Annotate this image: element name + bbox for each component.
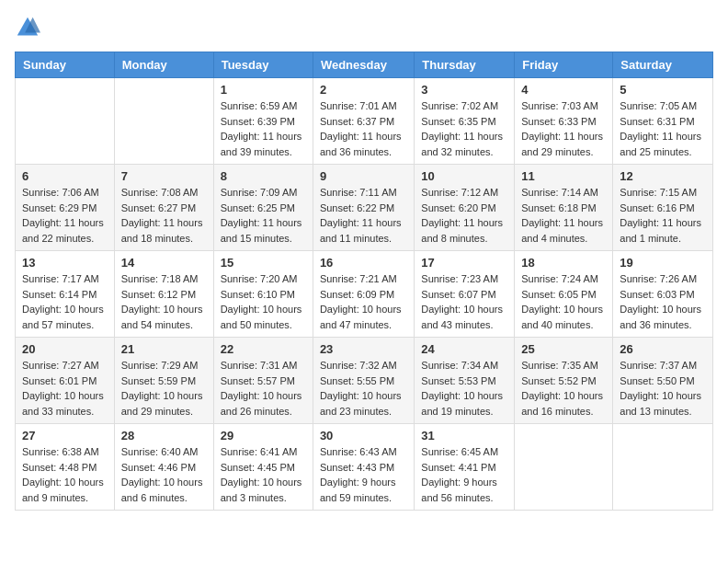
day-number: 14 (121, 256, 207, 270)
day-number: 23 (320, 342, 407, 356)
logo (15, 15, 44, 40)
day-number: 2 (320, 83, 407, 97)
day-cell: 1Sunrise: 6:59 AMSunset: 6:39 PMDaylight… (213, 78, 313, 165)
day-number: 26 (620, 342, 706, 356)
day-cell (613, 424, 713, 511)
day-info: Sunrise: 7:35 AMSunset: 5:52 PMDaylight:… (521, 358, 606, 419)
weekday-header-monday: Monday (114, 52, 213, 78)
day-info: Sunrise: 7:14 AMSunset: 6:18 PMDaylight:… (521, 185, 606, 246)
day-info: Sunrise: 7:12 AMSunset: 6:20 PMDaylight:… (421, 185, 507, 246)
day-info: Sunrise: 7:24 AMSunset: 6:05 PMDaylight:… (521, 271, 606, 332)
day-number: 18 (521, 256, 606, 270)
day-cell: 20Sunrise: 7:27 AMSunset: 6:01 PMDayligh… (16, 338, 115, 424)
day-number: 1 (221, 83, 306, 97)
day-cell: 18Sunrise: 7:24 AMSunset: 6:05 PMDayligh… (515, 251, 613, 338)
day-info: Sunrise: 7:15 AMSunset: 6:16 PMDaylight:… (620, 185, 706, 246)
day-info: Sunrise: 7:08 AMSunset: 6:27 PMDaylight:… (121, 185, 207, 246)
day-info: Sunrise: 7:11 AMSunset: 6:22 PMDaylight:… (320, 185, 407, 246)
day-info: Sunrise: 7:01 AMSunset: 6:37 PMDaylight:… (320, 98, 407, 159)
day-cell: 29Sunrise: 6:41 AMSunset: 4:45 PMDayligh… (213, 424, 313, 511)
day-number: 19 (620, 256, 706, 270)
day-number: 31 (421, 429, 507, 442)
day-number: 12 (620, 169, 706, 183)
calendar-table: SundayMondayTuesdayWednesdayThursdayFrid… (15, 52, 713, 511)
week-row-4: 20Sunrise: 7:27 AMSunset: 6:01 PMDayligh… (16, 338, 713, 424)
weekday-header-saturday: Saturday (613, 52, 713, 78)
day-number: 27 (22, 429, 108, 442)
day-number: 24 (421, 342, 507, 356)
day-cell: 30Sunrise: 6:43 AMSunset: 4:43 PMDayligh… (313, 424, 414, 511)
day-cell (515, 424, 613, 511)
day-cell: 10Sunrise: 7:12 AMSunset: 6:20 PMDayligh… (415, 165, 515, 251)
day-number: 8 (221, 169, 306, 183)
day-info: Sunrise: 7:21 AMSunset: 6:09 PMDaylight:… (320, 271, 407, 332)
week-row-1: 1Sunrise: 6:59 AMSunset: 6:39 PMDaylight… (16, 78, 713, 165)
day-info: Sunrise: 7:17 AMSunset: 6:14 PMDaylight:… (22, 271, 108, 332)
day-info: Sunrise: 7:18 AMSunset: 6:12 PMDaylight:… (121, 271, 207, 332)
day-info: Sunrise: 6:38 AMSunset: 4:48 PMDaylight:… (22, 444, 108, 505)
day-info: Sunrise: 6:59 AMSunset: 6:39 PMDaylight:… (221, 98, 306, 159)
day-cell: 13Sunrise: 7:17 AMSunset: 6:14 PMDayligh… (16, 251, 115, 338)
weekday-header-row: SundayMondayTuesdayWednesdayThursdayFrid… (16, 52, 713, 78)
day-cell: 23Sunrise: 7:32 AMSunset: 5:55 PMDayligh… (313, 338, 414, 424)
day-number: 25 (521, 342, 606, 356)
page-header (15, 15, 713, 40)
day-number: 29 (221, 429, 306, 442)
day-cell: 28Sunrise: 6:40 AMSunset: 4:46 PMDayligh… (114, 424, 213, 511)
day-number: 15 (221, 256, 306, 270)
day-cell: 27Sunrise: 6:38 AMSunset: 4:48 PMDayligh… (16, 424, 115, 511)
day-info: Sunrise: 7:02 AMSunset: 6:35 PMDaylight:… (421, 98, 507, 159)
day-info: Sunrise: 6:41 AMSunset: 4:45 PMDaylight:… (221, 444, 306, 505)
day-number: 4 (521, 83, 606, 97)
day-number: 21 (121, 342, 207, 356)
day-cell: 19Sunrise: 7:26 AMSunset: 6:03 PMDayligh… (613, 251, 713, 338)
day-cell: 24Sunrise: 7:34 AMSunset: 5:53 PMDayligh… (415, 338, 515, 424)
day-cell: 14Sunrise: 7:18 AMSunset: 6:12 PMDayligh… (114, 251, 213, 338)
day-number: 28 (121, 429, 207, 442)
day-cell: 3Sunrise: 7:02 AMSunset: 6:35 PMDaylight… (415, 78, 515, 165)
day-info: Sunrise: 7:20 AMSunset: 6:10 PMDaylight:… (221, 271, 306, 332)
day-cell: 9Sunrise: 7:11 AMSunset: 6:22 PMDaylight… (313, 165, 414, 251)
day-number: 13 (22, 256, 108, 270)
day-cell: 26Sunrise: 7:37 AMSunset: 5:50 PMDayligh… (613, 338, 713, 424)
day-cell (16, 78, 115, 165)
day-number: 16 (320, 256, 407, 270)
day-cell (114, 78, 213, 165)
logo-icon (15, 15, 40, 40)
day-info: Sunrise: 7:05 AMSunset: 6:31 PMDaylight:… (620, 98, 706, 159)
day-number: 6 (22, 169, 108, 183)
week-row-3: 13Sunrise: 7:17 AMSunset: 6:14 PMDayligh… (16, 251, 713, 338)
week-row-2: 6Sunrise: 7:06 AMSunset: 6:29 PMDaylight… (16, 165, 713, 251)
day-cell: 12Sunrise: 7:15 AMSunset: 6:16 PMDayligh… (613, 165, 713, 251)
day-info: Sunrise: 6:43 AMSunset: 4:43 PMDaylight:… (320, 444, 407, 505)
weekday-header-friday: Friday (515, 52, 613, 78)
day-cell: 25Sunrise: 7:35 AMSunset: 5:52 PMDayligh… (515, 338, 613, 424)
day-cell: 21Sunrise: 7:29 AMSunset: 5:59 PMDayligh… (114, 338, 213, 424)
day-info: Sunrise: 7:09 AMSunset: 6:25 PMDaylight:… (221, 185, 306, 246)
day-number: 5 (620, 83, 706, 97)
day-number: 20 (22, 342, 108, 356)
day-info: Sunrise: 7:27 AMSunset: 6:01 PMDaylight:… (22, 358, 108, 419)
weekday-header-wednesday: Wednesday (313, 52, 414, 78)
day-info: Sunrise: 6:45 AMSunset: 4:41 PMDaylight:… (421, 444, 507, 505)
day-info: Sunrise: 7:03 AMSunset: 6:33 PMDaylight:… (521, 98, 606, 159)
day-cell: 5Sunrise: 7:05 AMSunset: 6:31 PMDaylight… (613, 78, 713, 165)
day-info: Sunrise: 7:26 AMSunset: 6:03 PMDaylight:… (620, 271, 706, 332)
day-cell: 11Sunrise: 7:14 AMSunset: 6:18 PMDayligh… (515, 165, 613, 251)
day-cell: 2Sunrise: 7:01 AMSunset: 6:37 PMDaylight… (313, 78, 414, 165)
day-number: 22 (221, 342, 306, 356)
day-info: Sunrise: 7:34 AMSunset: 5:53 PMDaylight:… (421, 358, 507, 419)
day-info: Sunrise: 7:31 AMSunset: 5:57 PMDaylight:… (221, 358, 306, 419)
day-number: 11 (521, 169, 606, 183)
week-row-5: 27Sunrise: 6:38 AMSunset: 4:48 PMDayligh… (16, 424, 713, 511)
day-number: 9 (320, 169, 407, 183)
day-cell: 22Sunrise: 7:31 AMSunset: 5:57 PMDayligh… (213, 338, 313, 424)
day-cell: 4Sunrise: 7:03 AMSunset: 6:33 PMDaylight… (515, 78, 613, 165)
day-cell: 7Sunrise: 7:08 AMSunset: 6:27 PMDaylight… (114, 165, 213, 251)
weekday-header-thursday: Thursday (415, 52, 515, 78)
day-number: 17 (421, 256, 507, 270)
day-cell: 17Sunrise: 7:23 AMSunset: 6:07 PMDayligh… (415, 251, 515, 338)
day-cell: 8Sunrise: 7:09 AMSunset: 6:25 PMDaylight… (213, 165, 313, 251)
day-info: Sunrise: 7:06 AMSunset: 6:29 PMDaylight:… (22, 185, 108, 246)
day-number: 10 (421, 169, 507, 183)
